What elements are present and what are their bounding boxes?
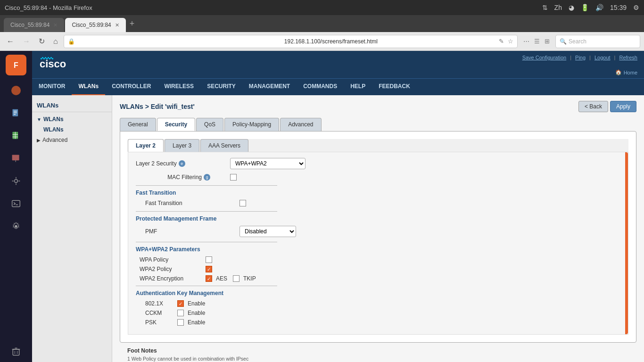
wpa-params: WPA Policy WPA2 Policy ✓ WPA2 Encryption bbox=[140, 256, 620, 282]
address-text: 192.168.1.100/screens/frameset.html bbox=[284, 38, 499, 45]
wpa2-policy-row: WPA2 Policy ✓ bbox=[140, 266, 620, 272]
divider-1 bbox=[136, 185, 277, 186]
svg-point-2 bbox=[11, 86, 21, 95]
wpa-params-title: WPA+WPA2 Parameters bbox=[136, 246, 620, 253]
auth-key-mgmt-table: 802.1X ✓ Enable CCKM Enable bbox=[145, 300, 620, 326]
nav-feedback[interactable]: FEEDBACK bbox=[372, 79, 417, 96]
sidebar-icon-spreadsheet[interactable] bbox=[6, 125, 26, 146]
back-button[interactable]: ← bbox=[4, 35, 17, 48]
fast-transition-checkbox[interactable] bbox=[239, 200, 246, 206]
layer2-info-icon[interactable]: e bbox=[179, 160, 185, 167]
layer2-security-select[interactable]: WPA+WPA2 None 802.1X Static WEP bbox=[230, 158, 305, 169]
tab-general[interactable]: General bbox=[120, 118, 156, 131]
cisco-header: cisco Save Configuration | Ping | bbox=[32, 51, 644, 78]
wpa2-policy-checkbox[interactable]: ✓ bbox=[206, 266, 212, 272]
tab-qos[interactable]: QoS bbox=[196, 118, 223, 131]
svg-text:F: F bbox=[14, 61, 18, 69]
svg-rect-34 bbox=[48, 57, 49, 58]
svg-rect-21 bbox=[13, 349, 19, 355]
top-links: Save Configuration | Ping | Logout | Ref… bbox=[522, 55, 637, 60]
aes-item: ✓ AES bbox=[206, 275, 227, 282]
home-link[interactable]: 🏠 Home bbox=[615, 69, 637, 75]
browser-tab-active[interactable]: Cisco_55:89:84 ✕ bbox=[65, 18, 125, 32]
tab-policy-mapping[interactable]: Policy-Mapping bbox=[224, 118, 279, 131]
auth-row-8021x: 802.1X ✓ Enable bbox=[145, 300, 620, 307]
app-container: F cisc bbox=[0, 51, 644, 362]
auth-enable-cckm: Enable bbox=[188, 310, 205, 316]
pmf-label: PMF bbox=[145, 228, 239, 235]
fast-transition-title: Fast Transition bbox=[136, 189, 620, 196]
tab-advanced[interactable]: Advanced bbox=[280, 118, 321, 131]
auth-checkbox-psk[interactable] bbox=[177, 319, 184, 326]
search-placeholder: Search bbox=[569, 38, 586, 45]
page-actions: < Back Apply bbox=[578, 101, 636, 112]
sidebar-icon-presentation[interactable] bbox=[6, 148, 26, 169]
wpa-policy-row: WPA Policy bbox=[140, 256, 620, 263]
subtab-layer2[interactable]: Layer 2 bbox=[128, 139, 164, 152]
nav-help[interactable]: HELP bbox=[344, 79, 372, 96]
search-icon: 🔍 bbox=[560, 38, 567, 45]
nav-wlans[interactable]: WLANs bbox=[72, 79, 105, 96]
reload-button[interactable]: ↻ bbox=[36, 35, 48, 48]
nav-commands[interactable]: COMMANDS bbox=[297, 79, 344, 96]
page-header: WLANs > Edit 'wifi_test' < Back Apply bbox=[120, 101, 636, 112]
sidebar-icon-terminal[interactable] bbox=[6, 193, 26, 214]
nav-wireless[interactable]: WIRELESS bbox=[157, 79, 200, 96]
pmf-select[interactable]: Disabled Optional Required bbox=[239, 226, 296, 237]
auth-checkbox-8021x[interactable]: ✓ bbox=[177, 300, 184, 307]
tab-active-close[interactable]: ✕ bbox=[115, 22, 119, 28]
encrypt-options: ✓ AES TKIP bbox=[206, 275, 256, 282]
search-bar[interactable]: 🔍 Search bbox=[555, 35, 640, 48]
divider-4 bbox=[136, 286, 277, 286]
browser-tab-inactive[interactable]: Cisco_55:89:84 ✕ bbox=[4, 18, 64, 32]
auth-row-cckm: CCKM Enable bbox=[145, 310, 620, 316]
address-bar[interactable]: 🔒 192.168.1.100/screens/frameset.html ✎ … bbox=[64, 35, 518, 48]
titlebar-icon-battery: 🔋 bbox=[581, 4, 589, 11]
divider-2 bbox=[136, 211, 277, 212]
logout-link[interactable]: Logout bbox=[594, 55, 611, 60]
subtab-aaa-servers[interactable]: AAA Servers bbox=[200, 139, 248, 152]
browser-titlebar: Cisco_55:89:84 - Mozilla Firefox ⇅ Zh ◕ … bbox=[0, 0, 644, 15]
left-panel-wlans-sub[interactable]: WLANs bbox=[32, 124, 112, 135]
wpa2-encryption-row: WPA2 Encryption ✓ AES TKIP bbox=[140, 275, 620, 282]
sidebar-icon-config[interactable] bbox=[6, 216, 26, 237]
sidebar-icon-docs[interactable] bbox=[6, 103, 26, 123]
mac-filtering-row: MAC Filtering g bbox=[136, 174, 620, 181]
auth-checkbox-cckm[interactable] bbox=[177, 310, 184, 316]
nav-monitor[interactable]: MONITOR bbox=[32, 79, 72, 96]
tab-security[interactable]: Security bbox=[157, 118, 195, 131]
sidebar-icon-tools[interactable] bbox=[6, 171, 26, 191]
mac-filtering-checkbox[interactable] bbox=[230, 174, 237, 181]
apply-button[interactable]: Apply bbox=[610, 101, 636, 112]
left-panel-wlans[interactable]: ▼ WLANs bbox=[32, 114, 112, 124]
nav-management[interactable]: MANAGEMENT bbox=[242, 79, 297, 96]
nav-security[interactable]: SECURITY bbox=[200, 79, 242, 96]
bookmark-icon: ✎ bbox=[499, 38, 504, 45]
sidebar-icon-trash[interactable] bbox=[6, 341, 26, 362]
aes-checkbox[interactable]: ✓ bbox=[206, 275, 212, 282]
arrow-icon: ▼ bbox=[37, 117, 41, 122]
main-content: cisco Save Configuration | Ping | bbox=[32, 51, 644, 362]
cisco-logo-svg: cisco bbox=[40, 57, 82, 71]
sidebar-icon: ⊞ bbox=[545, 38, 550, 45]
mac-info-icon[interactable]: g bbox=[204, 174, 210, 181]
forward-button[interactable]: → bbox=[20, 35, 33, 48]
new-tab-button[interactable]: + bbox=[127, 19, 138, 29]
auth-enable-8021x: Enable bbox=[188, 300, 205, 307]
refresh-link[interactable]: Refresh bbox=[619, 55, 637, 60]
svg-text:cisco: cisco bbox=[40, 58, 66, 70]
save-config-link[interactable]: Save Configuration bbox=[522, 55, 567, 60]
star-icon: ☆ bbox=[508, 38, 513, 45]
wpa-policy-checkbox[interactable] bbox=[206, 256, 212, 263]
tkip-checkbox[interactable] bbox=[233, 275, 239, 282]
sidebar-icon-firefox[interactable] bbox=[6, 80, 26, 101]
left-panel-advanced[interactable]: ▶ Advanced bbox=[32, 135, 112, 145]
ping-link[interactable]: Ping bbox=[575, 55, 586, 60]
subtab-layer3[interactable]: Layer 3 bbox=[165, 139, 199, 152]
tab-inactive-close[interactable]: ✕ bbox=[53, 22, 58, 28]
divider-3 bbox=[136, 242, 277, 242]
back-button[interactable]: < Back bbox=[578, 101, 608, 112]
left-panel: WLANs ▼ WLANs WLANs ▶ Advanced bbox=[32, 95, 112, 362]
nav-controller[interactable]: CONTROLLER bbox=[105, 79, 157, 96]
home-button[interactable]: ⌂ bbox=[50, 35, 61, 48]
